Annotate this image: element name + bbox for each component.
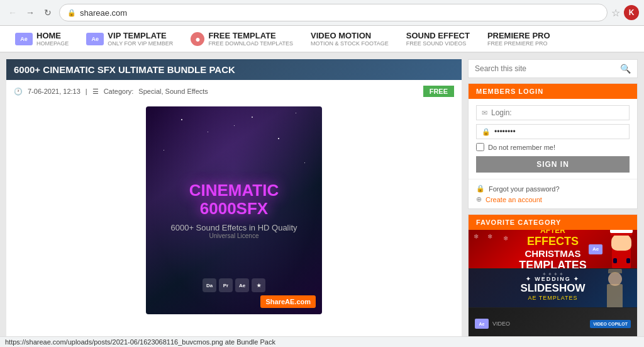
forgot-password-link: 🔒 Forgot your password? [476,185,630,193]
lock-icon: 🔒 [67,9,76,17]
product-title-main: CINEMATIC 6000SFX [189,181,279,217]
snowflake-3: ❄ [503,235,508,242]
vip-nav-label: VIP TEMPLATE [108,31,173,40]
nav-item-home[interactable]: Ae HOME HOMEPAGE [6,26,77,53]
video-label: VIDEO [492,321,510,327]
nav-item-video[interactable]: VIDEO MOTION MOTION & STOCK FOOTAGE [302,26,397,53]
page-layout: 6000+ CINEMATIC SFX ULTIMATE BUNDLE PACK… [0,53,644,347]
remember-checkbox[interactable] [476,143,484,151]
home-nav-sublabel: HOMEPAGE [36,40,69,47]
after-label: AFTER [519,230,587,235]
christmas-ae-icon: Ae [589,244,602,254]
fav-item-christmas[interactable]: ❄ ❄ ❄ AFTER EFFECTS CHRISTMAS TEMPLATES … [469,230,637,269]
separator: | [86,88,87,95]
bookmark-button[interactable]: ☆ [611,7,620,19]
video-copilot-ae-icon: Ae [475,319,489,329]
url-input[interactable] [80,8,599,18]
clock-icon: 🕐 [14,88,23,96]
video-copilot-banner: Ae VIDEO VIDEO COPILOT [469,308,637,339]
create-account-anchor[interactable]: Create an account [486,196,542,203]
status-bar: https://shareae.com/uploads/posts/2021-0… [0,336,644,347]
logo-davinci: Da [203,278,216,292]
members-login-box: MEMBERS LOGIN ✉ 🔒 Do not remember me! SI… [468,83,638,209]
signin-button[interactable]: SIGN IN [476,156,630,173]
favorite-category-header: FAVORITE CATEGORY [469,215,637,230]
video-copilot-text-block: VIDEO [492,321,586,327]
search-input[interactable] [475,64,616,73]
free-circle-icon: ● [191,32,204,46]
logo-other: ★ [252,278,265,292]
article-header: 6000+ CINEMATIC SFX ULTIMATE BUNDLE PACK [6,59,462,80]
star-decoration: ✦ ✦ ✦ ✦ [542,271,564,277]
members-login-header: MEMBERS LOGIN [469,84,637,99]
video-nav-label: VIDEO MOTION [311,31,389,40]
snowflake-1: ❄ [474,233,479,240]
home-nav-label: HOME [36,31,69,40]
nav-item-free[interactable]: ● FREE TEMPLATE FREE DOWNLOAD TEMPLATES [182,26,302,53]
product-subtitle: 6000+ Sound Effetcs in HD Quality [170,223,297,232]
home-ae-icon: Ae [15,33,33,45]
nav-item-vip[interactable]: Ae VIP TEMPLATE ONLY FOR VIP MEMBER [77,26,182,53]
nav-item-sound[interactable]: SOUND EFFECT FREE SOUND VIDEOS [397,26,479,53]
vip-nav-sublabel: ONLY FOR VIP MEMBER [108,40,173,47]
premiere-nav-label: PREMIERE PRO [487,31,550,40]
christmas-text: AFTER EFFECTS CHRISTMAS TEMPLATES [519,230,587,268]
nav-item-premiere[interactable]: PREMIERE PRO FREE PREMIERE PRO [479,26,559,53]
sound-nav-label: SOUND EFFECT [406,31,470,40]
logo-ae: Ae [235,278,249,292]
password-input[interactable] [494,127,624,136]
free-nav-sublabel: FREE DOWNLOAD TEMPLATES [208,40,293,47]
video-copilot-logo: VIDEO COPILOT [590,320,631,328]
free-nav-label: FREE TEMPLATE [208,31,293,40]
back-button[interactable]: ← [5,5,20,20]
vip-ae-icon: Ae [86,33,104,45]
christmas-label: CHRISTMAS [519,248,587,259]
favorite-category-box: FAVORITE CATEGORY ❄ ❄ ❄ AFTER EFFECTS CH… [468,214,638,340]
article-date: 7-06-2021, 12:13 [28,88,80,95]
address-bar[interactable]: 🔒 [59,4,608,21]
product-license: Universal Licence [209,232,259,239]
members-login-body: ✉ 🔒 Do not remember me! SIGN IN [469,99,637,179]
refresh-button[interactable]: ↻ [40,5,55,20]
profile-avatar[interactable]: K [624,5,639,20]
main-navigation: Ae HOME HOMEPAGE Ae VIP TEMPLATE ONLY FO… [0,26,644,53]
search-icon: 🔍 [620,64,631,74]
product-logos: Da Pr Ae ★ [203,278,265,292]
status-bar-text: https://shareae.com/uploads/posts/2021-0… [5,338,275,346]
remember-row: Do not remember me! [476,143,630,151]
snowflake-2: ❄ [487,233,492,240]
effects-label: EFFECTS [519,235,587,248]
wedding-banner: ✦ ✦ ✦ ✦ ✦ WEDDING ✦ SLIDESHOW AE TEMPLAT… [469,269,637,308]
remember-label: Do not remember me! [488,144,555,151]
sound-nav-sublabel: FREE SOUND VIDEOS [406,40,470,47]
forward-button[interactable]: → [23,5,38,20]
fav-item-wedding[interactable]: ✦ ✦ ✦ ✦ ✦ WEDDING ✦ SLIDESHOW AE TEMPLAT… [469,269,637,308]
main-content: 6000+ CINEMATIC SFX ULTIMATE BUNDLE PACK… [6,59,462,343]
create-account-link[interactable]: ⊕ Create an account [476,195,630,203]
browser-toolbar: ← → ↻ 🔒 ☆ K [0,0,644,25]
list-icon: ☰ [92,88,99,96]
product-image: CINEMATIC 6000SFX 6000+ Sound Effetcs in… [146,106,322,314]
forgot-label: Forgot your password? [489,185,560,193]
browser-chrome: ← → ↻ 🔒 ☆ K [0,0,644,26]
email-icon: ✉ [482,109,487,117]
login-field: ✉ [476,105,630,120]
logo-premiere: Pr [219,278,233,292]
favorite-category-items: ❄ ❄ ❄ AFTER EFFECTS CHRISTMAS TEMPLATES … [469,230,637,339]
santa-decoration [606,230,637,268]
category-value: Special, Sound Effects [138,88,208,95]
members-links: 🔒 Forgot your password? ⊕ Create an acco… [469,179,637,208]
free-badge: FREE [423,86,454,97]
article-title: 6000+ CINEMATIC SFX ULTIMATE BUNDLE PACK [14,64,454,75]
circle-icon: ⊕ [476,195,482,203]
christmas-banner: ❄ ❄ ❄ AFTER EFFECTS CHRISTMAS TEMPLATES … [469,230,637,268]
lock-small-icon: 🔒 [476,185,485,193]
sidebar: 🔍 MEMBERS LOGIN ✉ 🔒 Do not remember me! … [468,59,638,343]
fav-item-video-copilot[interactable]: Ae VIDEO VIDEO COPILOT [469,308,637,339]
password-field: 🔒 [476,124,630,139]
templates-label: TEMPLATES [519,259,587,268]
lock-field-icon: 🔒 [482,128,491,136]
login-input[interactable] [491,108,624,117]
category-label: Category: [104,88,134,95]
article-image-area: CINEMATIC 6000SFX 6000+ Sound Effetcs in… [6,100,462,321]
